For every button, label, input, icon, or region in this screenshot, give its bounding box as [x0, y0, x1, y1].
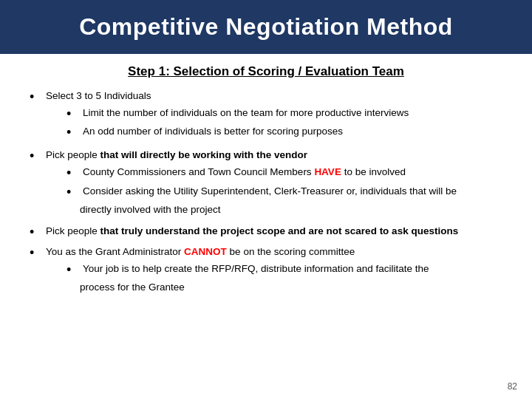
- bullet-4-text: You as the Grant Administrator CANNOT be…: [46, 246, 355, 257]
- bullet-1-content: Select 3 to 5 Individuals • Limit the nu…: [46, 89, 409, 144]
- sub-bullet-2-1: • County Commissioners and Town Council …: [66, 166, 457, 182]
- page-number: 82: [508, 381, 517, 392]
- subtitle: Step 1: Selection of Scoring / Evaluatio…: [30, 64, 502, 79]
- bullet-dot-2: •: [30, 149, 43, 165]
- sub-dot-1-2: •: [66, 125, 80, 141]
- sub-list-1: • Limit the number of individuals on the…: [46, 106, 409, 141]
- bullet-4-content: You as the Grant Administrator CANNOT be…: [46, 245, 429, 298]
- sub-bullet-4-1: • Your job is to help create the RFP/RFQ…: [66, 262, 429, 279]
- bullet-2-content: Pick people that will directly be workin…: [46, 149, 457, 220]
- bullet-3-text: Pick people that truly understand the pr…: [46, 225, 458, 236]
- main-content: Step 1: Selection of Scoring / Evaluatio…: [0, 54, 532, 310]
- bullet-3: • Pick people that truly understand the …: [30, 225, 502, 241]
- sub-bullet-1-2-text: An odd number of individuals is better f…: [83, 125, 343, 139]
- sub-list-2: • County Commissioners and Town Council …: [46, 166, 457, 200]
- sub-bullet-1-1: • Limit the number of individuals on the…: [66, 106, 409, 123]
- bullet-1-text: Select 3 to 5 Individuals: [46, 90, 151, 101]
- bullet-2-text: Pick people that will directly be workin…: [46, 149, 307, 160]
- sub-list-4: • Your job is to help create the RFP/RFQ…: [46, 262, 429, 279]
- sub-bullet-2-1-text: County Commissioners and Town Council Me…: [83, 166, 406, 180]
- sub-bullet-2-2: • Consider asking the Utility Superinten…: [66, 185, 457, 201]
- bullet-dot-1: •: [30, 89, 43, 106]
- bullet-3-content: Pick people that truly understand the pr…: [46, 225, 458, 239]
- sub-bullet-2-2-text: Consider asking the Utility Superintende…: [83, 185, 457, 199]
- bullet-dot-4: •: [30, 245, 43, 262]
- bullet-2-bold: that will directly be working with the v…: [100, 149, 308, 160]
- main-bullet-list: • Select 3 to 5 Individuals • Limit the …: [30, 89, 502, 298]
- sub-dot-2-1: •: [66, 166, 80, 182]
- sub-bullet-4-1-text: Your job is to help create the RFP/RFQ, …: [83, 262, 429, 276]
- bullet-3-bold: that truly understand the project scope …: [100, 225, 459, 236]
- page-title: Competitive Negotiation Method: [22, 13, 510, 41]
- continuation-4-1: process for the Grantee: [46, 281, 429, 295]
- sub-dot-4-1: •: [66, 262, 80, 279]
- sub-dot-2-2: •: [66, 185, 80, 201]
- bullet-dot-3: •: [30, 225, 43, 241]
- page-header: Competitive Negotiation Method: [0, 0, 532, 54]
- sub-dot-1-1: •: [66, 106, 80, 123]
- have-highlight: HAVE: [314, 166, 341, 177]
- bullet-2: • Pick people that will directly be work…: [30, 149, 502, 220]
- cannot-highlight: CANNOT: [184, 246, 227, 257]
- sub-bullet-1-1-text: Limit the number of individuals on the t…: [83, 106, 409, 120]
- bullet-1: • Select 3 to 5 Individuals • Limit the …: [30, 89, 502, 144]
- sub-bullet-1-2: • An odd number of individuals is better…: [66, 125, 409, 141]
- continuation-2-2: directly involved with the project: [46, 203, 457, 217]
- bullet-4: • You as the Grant Administrator CANNOT …: [30, 245, 502, 298]
